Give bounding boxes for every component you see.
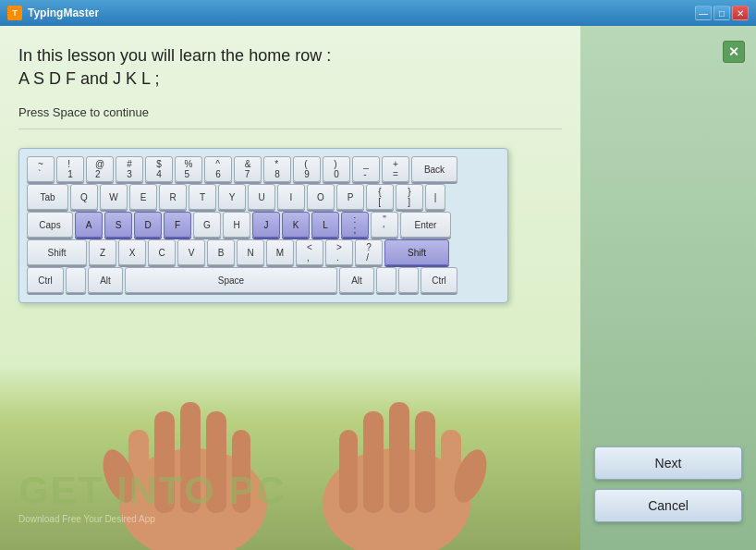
key-alt-left[interactable]: Alt bbox=[88, 267, 123, 293]
key-backspace[interactable]: Back bbox=[411, 156, 457, 182]
key-capslock[interactable]: Caps bbox=[27, 212, 73, 238]
key-equals[interactable]: += bbox=[382, 156, 409, 182]
svg-rect-4 bbox=[206, 411, 226, 513]
window-controls: — □ ✕ bbox=[695, 6, 749, 20]
main-container: In this lesson you will learn the home r… bbox=[0, 26, 756, 550]
key-c[interactable]: C bbox=[148, 239, 176, 265]
key-alt-right[interactable]: Alt bbox=[339, 267, 374, 293]
key-row-4: Shift Z X C V B N M <, >. ?/ Shift bbox=[27, 239, 500, 265]
hands-area bbox=[0, 365, 580, 550]
key-backtick[interactable]: ~` bbox=[27, 156, 55, 182]
key-1[interactable]: !1 bbox=[56, 156, 84, 182]
key-n[interactable]: N bbox=[237, 239, 264, 265]
content-area: In this lesson you will learn the home r… bbox=[0, 26, 580, 550]
key-m[interactable]: M bbox=[266, 239, 294, 265]
key-q[interactable]: Q bbox=[70, 184, 98, 210]
key-enter[interactable]: Enter bbox=[400, 212, 451, 238]
key-o[interactable]: O bbox=[307, 184, 335, 210]
svg-rect-5 bbox=[232, 430, 250, 513]
minimize-button[interactable]: — bbox=[695, 6, 712, 20]
key-8[interactable]: *8 bbox=[263, 156, 291, 182]
key-w[interactable]: W bbox=[100, 184, 128, 210]
key-win-right[interactable] bbox=[376, 267, 396, 293]
key-row-2: Tab Q W E R T Y U I O P {[ }] | bbox=[27, 184, 500, 210]
key-ctrl-left[interactable]: Ctrl bbox=[27, 267, 64, 293]
key-slash[interactable]: ?/ bbox=[355, 239, 383, 265]
key-f[interactable]: F bbox=[164, 212, 191, 238]
sidebar-close-button[interactable]: ✕ bbox=[723, 41, 745, 63]
svg-rect-2 bbox=[154, 411, 175, 513]
key-i[interactable]: I bbox=[277, 184, 305, 210]
key-7[interactable]: &7 bbox=[234, 156, 262, 182]
svg-rect-3 bbox=[180, 402, 201, 513]
key-2[interactable]: @2 bbox=[86, 156, 114, 182]
key-row-5: Ctrl Alt Space Alt Ctrl bbox=[27, 267, 500, 293]
next-button[interactable]: Next bbox=[594, 446, 742, 480]
key-z[interactable]: Z bbox=[89, 239, 116, 265]
key-a[interactable]: A bbox=[75, 212, 103, 238]
key-ctrl-right[interactable]: Ctrl bbox=[421, 267, 457, 293]
key-6[interactable]: ^6 bbox=[204, 156, 232, 182]
key-tab[interactable]: Tab bbox=[27, 184, 68, 210]
key-lbracket[interactable]: {[ bbox=[366, 184, 394, 210]
key-d[interactable]: D bbox=[134, 212, 162, 238]
key-r[interactable]: R bbox=[159, 184, 187, 210]
key-s[interactable]: S bbox=[104, 212, 132, 238]
key-period[interactable]: >. bbox=[325, 239, 353, 265]
key-b[interactable]: B bbox=[207, 239, 235, 265]
key-u[interactable]: U bbox=[248, 184, 275, 210]
title-bar-left: T TypingMaster bbox=[7, 6, 99, 20]
key-comma[interactable]: <, bbox=[296, 239, 323, 265]
key-semicolon[interactable]: :; bbox=[341, 212, 369, 238]
app-icon: T bbox=[7, 6, 22, 20]
close-button[interactable]: ✕ bbox=[732, 6, 749, 20]
app-title: TypingMaster bbox=[28, 6, 99, 19]
hands-svg bbox=[45, 365, 535, 550]
key-minus[interactable]: _- bbox=[352, 156, 380, 182]
cancel-button[interactable]: Cancel bbox=[594, 489, 742, 522]
key-5[interactable]: %5 bbox=[175, 156, 202, 182]
key-y[interactable]: Y bbox=[218, 184, 246, 210]
lesson-heading: In this lesson you will learn the home r… bbox=[18, 44, 562, 91]
key-3[interactable]: #3 bbox=[116, 156, 143, 182]
key-pipe[interactable]: | bbox=[425, 184, 445, 210]
key-x[interactable]: X bbox=[118, 239, 146, 265]
key-e[interactable]: E bbox=[129, 184, 157, 210]
svg-rect-11 bbox=[363, 411, 384, 513]
sidebar: ✕ Next Cancel bbox=[580, 26, 756, 550]
keyboard: ~` !1 @2 #3 $4 %5 ^6 &7 *8 (9 )0 _- += B… bbox=[18, 148, 508, 303]
key-row-1: ~` !1 @2 #3 $4 %5 ^6 &7 *8 (9 )0 _- += B… bbox=[27, 156, 500, 182]
key-t[interactable]: T bbox=[189, 184, 216, 210]
key-p[interactable]: P bbox=[336, 184, 364, 210]
key-shift-right[interactable]: Shift bbox=[384, 239, 449, 265]
key-v[interactable]: V bbox=[177, 239, 205, 265]
key-h[interactable]: H bbox=[223, 212, 250, 238]
key-win-left[interactable] bbox=[66, 267, 86, 293]
key-4[interactable]: $4 bbox=[145, 156, 173, 182]
key-j[interactable]: J bbox=[252, 212, 280, 238]
key-quote[interactable]: "' bbox=[371, 212, 398, 238]
key-menu[interactable] bbox=[398, 267, 419, 293]
key-l[interactable]: L bbox=[311, 212, 339, 238]
key-rbracket[interactable]: }] bbox=[396, 184, 423, 210]
maximize-button[interactable]: □ bbox=[713, 6, 730, 20]
title-bar: T TypingMaster — □ ✕ bbox=[0, 0, 756, 26]
key-space[interactable]: Space bbox=[125, 267, 337, 293]
press-space-label: Press Space to continue bbox=[18, 105, 562, 129]
key-row-3: Caps A S D F G H J K L :; "' Enter bbox=[27, 212, 500, 238]
svg-rect-10 bbox=[389, 402, 409, 513]
svg-rect-9 bbox=[415, 411, 435, 513]
key-shift-left[interactable]: Shift bbox=[27, 239, 87, 265]
key-g[interactable]: G bbox=[193, 212, 221, 238]
key-k[interactable]: K bbox=[282, 212, 310, 238]
svg-rect-12 bbox=[339, 430, 358, 513]
key-9[interactable]: (9 bbox=[293, 156, 321, 182]
key-0[interactable]: )0 bbox=[323, 156, 350, 182]
